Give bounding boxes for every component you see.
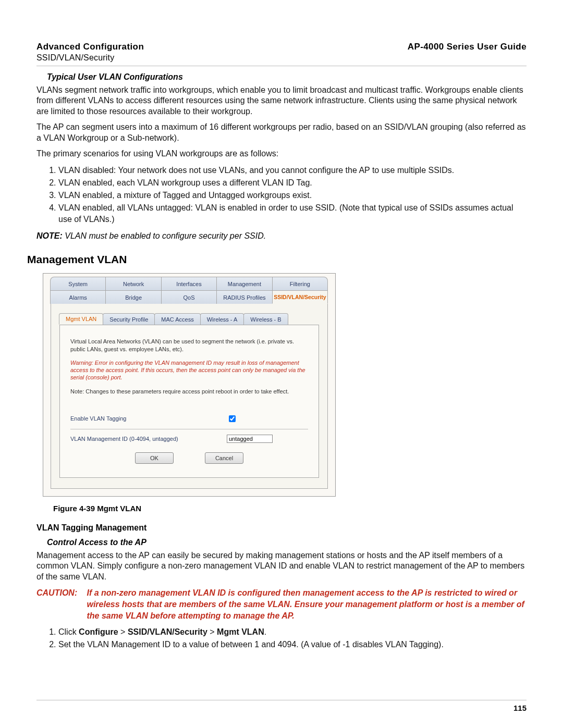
header-subtitle: SSID/VLAN/Security [36, 53, 527, 63]
tab-panel: Mgmt VLAN Security Profile MAC Access Wi… [51, 304, 328, 489]
step-bold: Configure [79, 627, 118, 636]
tab-system[interactable]: System [50, 277, 106, 290]
panel-warning: Warning: Error in configuring the VLAN m… [70, 359, 308, 381]
row-vlan-mgmt-id: VLAN Management ID (0-4094, untagged) [70, 435, 308, 443]
note-text: VLAN must be enabled to configure securi… [65, 231, 266, 240]
figure-mgmt-vlan: System Network Interfaces Management Fil… [43, 273, 336, 497]
caution-label: CAUTION: [36, 587, 84, 599]
list-item: Click Configure > SSID/VLAN/Security > M… [58, 626, 527, 638]
paragraph: The AP can segment users into a maximum … [36, 122, 527, 143]
panel-note: Note: Changes to these parameters requir… [70, 388, 308, 395]
header-divider [36, 66, 527, 66]
step-text: Click [58, 627, 79, 636]
list-item: VLAN disabled: Your network does not use… [58, 165, 527, 176]
note: NOTE: VLAN must be enabled to configure … [36, 231, 527, 241]
ok-button[interactable]: OK [135, 452, 174, 464]
list-item: Set the VLAN Management ID to a value of… [58, 639, 527, 650]
panel-intro: Virtual Local Area Networks (VLAN) can b… [70, 338, 308, 353]
page-footer: 115 [36, 700, 527, 712]
heading-vlan-tagging-management: VLAN Tagging Management [36, 523, 527, 533]
paragraph: VLANs segment network traffic into workg… [36, 85, 527, 117]
subtab-mgmt-vlan[interactable]: Mgmt VLAN [59, 313, 103, 325]
subtab-mac-access[interactable]: MAC Access [154, 313, 200, 325]
form-divider [70, 429, 308, 429]
step-bold: SSID/VLAN/Security [128, 627, 207, 636]
cancel-button[interactable]: Cancel [205, 452, 243, 464]
step-text: > [118, 627, 128, 636]
tab-bridge[interactable]: Bridge [105, 290, 161, 304]
paragraph: The primary scenarios for using VLAN wor… [36, 149, 527, 159]
ordered-list: VLAN disabled: Your network does not use… [36, 165, 527, 225]
subtab-panel: Virtual Local Area Networks (VLAN) can b… [59, 325, 319, 478]
paragraph: Management access to the AP can easily b… [36, 550, 527, 582]
tab-management[interactable]: Management [216, 277, 272, 290]
tab-network[interactable]: Network [105, 277, 161, 290]
header-right: AP-4000 Series User Guide [408, 42, 527, 52]
list-item: VLAN enabled, all VLANs untagged: VLAN i… [58, 202, 527, 225]
step-text: . [264, 627, 266, 636]
subsection-heading-typical: Typical User VLAN Configurations [47, 72, 527, 82]
list-item: VLAN enabled, a mixture of Tagged and Un… [58, 190, 527, 201]
subtab-row: Mgmt VLAN Security Profile MAC Access Wi… [59, 313, 319, 325]
step-bold: Mgmt VLAN [217, 627, 264, 636]
tab-interfaces[interactable]: Interfaces [161, 277, 217, 290]
label-vlan-mgmt-id: VLAN Management ID (0-4094, untagged) [70, 436, 227, 442]
tab-filtering[interactable]: Filtering [272, 277, 328, 290]
label-enable-vlan: Enable VLAN Tagging [70, 415, 227, 422]
page-number: 115 [36, 704, 527, 712]
tab-alarms[interactable]: Alarms [50, 290, 106, 304]
subtab-wireless-a[interactable]: Wireless - A [200, 313, 244, 325]
caution-text: If a non-zero management VLAN ID is conf… [87, 587, 524, 621]
note-label: NOTE: [36, 231, 63, 240]
steps-list: Click Configure > SSID/VLAN/Security > M… [36, 626, 527, 650]
main-tab-row-2: Alarms Bridge QoS RADIUS Profiles SSID/V… [51, 290, 328, 304]
subtab-wireless-b[interactable]: Wireless - B [243, 313, 288, 325]
step-text: > [207, 627, 217, 636]
subtab-security-profile[interactable]: Security Profile [103, 313, 155, 325]
list-item: VLAN enabled, each VLAN workgroup uses a… [58, 177, 527, 189]
main-tab-row-1: System Network Interfaces Management Fil… [51, 277, 328, 290]
heading-management-vlan: Management VLAN [27, 253, 527, 266]
checkbox-enable-vlan[interactable] [229, 415, 236, 422]
row-enable-vlan-tagging: Enable VLAN Tagging [70, 414, 308, 424]
input-vlan-mgmt-id[interactable] [227, 435, 273, 443]
header-left: Advanced Configuration [36, 42, 144, 52]
tab-ssid-vlan-security[interactable]: SSID/VLAN/Security [272, 290, 328, 304]
tab-radius[interactable]: RADIUS Profiles [216, 290, 272, 304]
figure-caption: Figure 4-39 Mgmt VLAN [53, 504, 527, 513]
tab-qos[interactable]: QoS [161, 290, 217, 304]
caution-block: CAUTION: If a non-zero management VLAN I… [36, 587, 527, 621]
subsection-heading-control-access: Control Access to the AP [47, 538, 527, 547]
